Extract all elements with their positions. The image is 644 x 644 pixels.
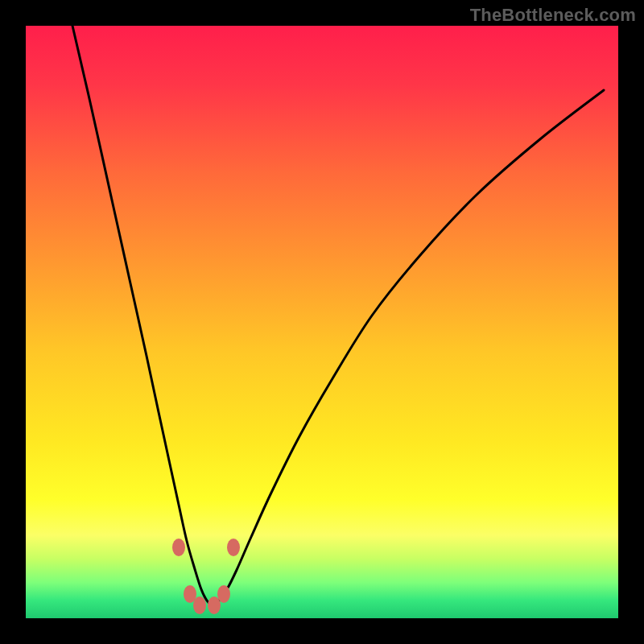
curve-marker [193, 597, 206, 614]
bottleneck-curve [26, 26, 618, 618]
curve-marker [172, 539, 185, 556]
curve-marker [227, 539, 240, 556]
curve-marker [208, 597, 221, 614]
plot-area [26, 26, 618, 618]
watermark-text: TheBottleneck.com [470, 5, 636, 26]
